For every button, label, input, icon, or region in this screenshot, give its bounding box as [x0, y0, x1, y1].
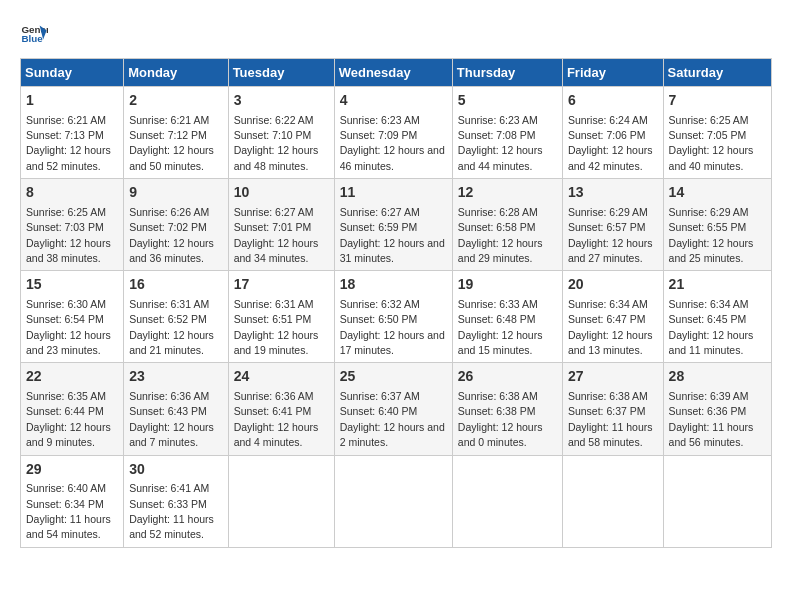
logo: General Blue	[20, 20, 52, 48]
sunrise-text: Sunrise: 6:25 AM	[669, 114, 749, 126]
daylight-text: Daylight: 11 hours and 56 minutes.	[669, 421, 754, 448]
day-cell: 6 Sunrise: 6:24 AM Sunset: 7:06 PM Dayli…	[562, 87, 663, 179]
daylight-text: Daylight: 12 hours and 15 minutes.	[458, 329, 543, 356]
day-number: 4	[340, 91, 447, 111]
sunset-text: Sunset: 7:01 PM	[234, 221, 312, 233]
week-row-2: 8 Sunrise: 6:25 AM Sunset: 7:03 PM Dayli…	[21, 179, 772, 271]
day-number: 19	[458, 275, 557, 295]
day-number: 13	[568, 183, 658, 203]
sunrise-text: Sunrise: 6:39 AM	[669, 390, 749, 402]
daylight-text: Daylight: 12 hours and 50 minutes.	[129, 144, 214, 171]
daylight-text: Daylight: 12 hours and 29 minutes.	[458, 237, 543, 264]
sunset-text: Sunset: 6:54 PM	[26, 313, 104, 325]
sunrise-text: Sunrise: 6:38 AM	[568, 390, 648, 402]
sunset-text: Sunset: 7:03 PM	[26, 221, 104, 233]
day-number: 18	[340, 275, 447, 295]
daylight-text: Daylight: 11 hours and 58 minutes.	[568, 421, 653, 448]
sunset-text: Sunset: 6:33 PM	[129, 498, 207, 510]
day-cell: 10 Sunrise: 6:27 AM Sunset: 7:01 PM Dayl…	[228, 179, 334, 271]
sunrise-text: Sunrise: 6:33 AM	[458, 298, 538, 310]
day-cell	[562, 455, 663, 547]
sunset-text: Sunset: 6:52 PM	[129, 313, 207, 325]
sunrise-text: Sunrise: 6:35 AM	[26, 390, 106, 402]
sunrise-text: Sunrise: 6:29 AM	[669, 206, 749, 218]
sunset-text: Sunset: 6:59 PM	[340, 221, 418, 233]
day-cell: 7 Sunrise: 6:25 AM Sunset: 7:05 PM Dayli…	[663, 87, 771, 179]
sunset-text: Sunset: 6:37 PM	[568, 405, 646, 417]
day-cell: 14 Sunrise: 6:29 AM Sunset: 6:55 PM Dayl…	[663, 179, 771, 271]
sunrise-text: Sunrise: 6:24 AM	[568, 114, 648, 126]
day-cell: 23 Sunrise: 6:36 AM Sunset: 6:43 PM Dayl…	[124, 363, 228, 455]
day-number: 24	[234, 367, 329, 387]
day-number: 10	[234, 183, 329, 203]
day-cell	[334, 455, 452, 547]
day-number: 1	[26, 91, 118, 111]
day-cell: 1 Sunrise: 6:21 AM Sunset: 7:13 PM Dayli…	[21, 87, 124, 179]
day-number: 15	[26, 275, 118, 295]
sunrise-text: Sunrise: 6:40 AM	[26, 482, 106, 494]
sunset-text: Sunset: 7:12 PM	[129, 129, 207, 141]
day-cell: 13 Sunrise: 6:29 AM Sunset: 6:57 PM Dayl…	[562, 179, 663, 271]
daylight-text: Daylight: 12 hours and 48 minutes.	[234, 144, 319, 171]
sunrise-text: Sunrise: 6:31 AM	[129, 298, 209, 310]
day-cell: 30 Sunrise: 6:41 AM Sunset: 6:33 PM Dayl…	[124, 455, 228, 547]
day-cell	[228, 455, 334, 547]
week-row-1: 1 Sunrise: 6:21 AM Sunset: 7:13 PM Dayli…	[21, 87, 772, 179]
daylight-text: Daylight: 12 hours and 31 minutes.	[340, 237, 445, 264]
sunrise-text: Sunrise: 6:23 AM	[340, 114, 420, 126]
day-number: 3	[234, 91, 329, 111]
daylight-text: Daylight: 12 hours and 46 minutes.	[340, 144, 445, 171]
sunset-text: Sunset: 6:38 PM	[458, 405, 536, 417]
day-number: 14	[669, 183, 766, 203]
daylight-text: Daylight: 12 hours and 19 minutes.	[234, 329, 319, 356]
sunset-text: Sunset: 7:06 PM	[568, 129, 646, 141]
sunset-text: Sunset: 6:44 PM	[26, 405, 104, 417]
sunset-text: Sunset: 7:09 PM	[340, 129, 418, 141]
sunrise-text: Sunrise: 6:41 AM	[129, 482, 209, 494]
sunset-text: Sunset: 7:02 PM	[129, 221, 207, 233]
day-number: 29	[26, 460, 118, 480]
week-row-5: 29 Sunrise: 6:40 AM Sunset: 6:34 PM Dayl…	[21, 455, 772, 547]
daylight-text: Daylight: 12 hours and 52 minutes.	[26, 144, 111, 171]
daylight-text: Daylight: 12 hours and 36 minutes.	[129, 237, 214, 264]
sunrise-text: Sunrise: 6:28 AM	[458, 206, 538, 218]
header-friday: Friday	[562, 59, 663, 87]
daylight-text: Daylight: 12 hours and 9 minutes.	[26, 421, 111, 448]
day-cell	[663, 455, 771, 547]
day-cell: 12 Sunrise: 6:28 AM Sunset: 6:58 PM Dayl…	[452, 179, 562, 271]
day-number: 5	[458, 91, 557, 111]
daylight-text: Daylight: 12 hours and 7 minutes.	[129, 421, 214, 448]
daylight-text: Daylight: 12 hours and 4 minutes.	[234, 421, 319, 448]
sunset-text: Sunset: 6:47 PM	[568, 313, 646, 325]
sunrise-text: Sunrise: 6:27 AM	[340, 206, 420, 218]
day-number: 27	[568, 367, 658, 387]
day-cell: 24 Sunrise: 6:36 AM Sunset: 6:41 PM Dayl…	[228, 363, 334, 455]
sunrise-text: Sunrise: 6:30 AM	[26, 298, 106, 310]
day-number: 28	[669, 367, 766, 387]
day-cell: 22 Sunrise: 6:35 AM Sunset: 6:44 PM Dayl…	[21, 363, 124, 455]
sunset-text: Sunset: 6:51 PM	[234, 313, 312, 325]
header-monday: Monday	[124, 59, 228, 87]
day-cell: 16 Sunrise: 6:31 AM Sunset: 6:52 PM Dayl…	[124, 271, 228, 363]
header-thursday: Thursday	[452, 59, 562, 87]
daylight-text: Daylight: 11 hours and 54 minutes.	[26, 513, 111, 540]
sunset-text: Sunset: 6:48 PM	[458, 313, 536, 325]
sunrise-text: Sunrise: 6:34 AM	[568, 298, 648, 310]
sunset-text: Sunset: 6:40 PM	[340, 405, 418, 417]
sunset-text: Sunset: 7:13 PM	[26, 129, 104, 141]
daylight-text: Daylight: 12 hours and 17 minutes.	[340, 329, 445, 356]
day-cell: 5 Sunrise: 6:23 AM Sunset: 7:08 PM Dayli…	[452, 87, 562, 179]
day-number: 9	[129, 183, 222, 203]
header-sunday: Sunday	[21, 59, 124, 87]
calendar-header-row: SundayMondayTuesdayWednesdayThursdayFrid…	[21, 59, 772, 87]
day-cell: 3 Sunrise: 6:22 AM Sunset: 7:10 PM Dayli…	[228, 87, 334, 179]
day-number: 7	[669, 91, 766, 111]
svg-text:Blue: Blue	[21, 33, 43, 44]
header-wednesday: Wednesday	[334, 59, 452, 87]
sunset-text: Sunset: 6:58 PM	[458, 221, 536, 233]
day-cell: 29 Sunrise: 6:40 AM Sunset: 6:34 PM Dayl…	[21, 455, 124, 547]
week-row-3: 15 Sunrise: 6:30 AM Sunset: 6:54 PM Dayl…	[21, 271, 772, 363]
day-cell: 8 Sunrise: 6:25 AM Sunset: 7:03 PM Dayli…	[21, 179, 124, 271]
day-number: 21	[669, 275, 766, 295]
calendar-table: SundayMondayTuesdayWednesdayThursdayFrid…	[20, 58, 772, 548]
